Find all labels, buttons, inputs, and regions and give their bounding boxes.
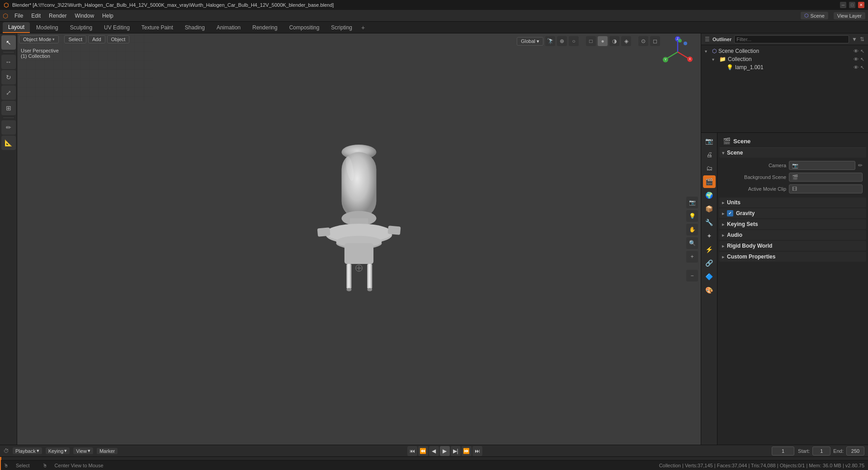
overlay-icon[interactable]: ⊙ xyxy=(638,36,648,46)
workspace-tab-animation[interactable]: Animation xyxy=(211,22,246,33)
keying-dropdown[interactable]: Keying ▾ xyxy=(46,447,70,454)
units-section-toggle[interactable]: ▸ Units xyxy=(719,197,866,207)
measure-tool-button[interactable]: 📐 xyxy=(1,136,16,150)
custom-properties-toggle[interactable]: ▸ Custom Properties xyxy=(719,252,866,262)
viewport-add-button[interactable]: Add xyxy=(88,35,105,43)
xray-icon[interactable]: ◻ xyxy=(650,36,660,46)
shading-solid-icon[interactable]: ● xyxy=(598,36,608,46)
shading-material-icon[interactable]: ◑ xyxy=(609,36,619,46)
jump-to-next-keyframe-button[interactable]: ⏩ xyxy=(462,446,472,456)
camera-edit-icon[interactable]: ✏ xyxy=(858,162,863,169)
3d-viewport[interactable]: User Perspective (1) Collection Object M… xyxy=(17,33,701,445)
modifier-properties-btn[interactable]: 🔧 xyxy=(703,216,716,229)
step-back-button[interactable]: ◀ xyxy=(429,446,439,456)
shading-wire-icon[interactable]: □ xyxy=(586,36,596,46)
start-frame-input[interactable]: 1 xyxy=(812,446,830,456)
jump-to-start-button[interactable]: ⏮ xyxy=(407,446,417,456)
play-button[interactable]: ▶ xyxy=(440,446,450,456)
outliner-item-collection[interactable]: ▾ 📁 Collection 👁 ↖ xyxy=(710,55,866,63)
viewport-view-icon[interactable]: 🔭 xyxy=(545,36,555,46)
jump-to-end-button[interactable]: ⏭ xyxy=(472,446,482,456)
snap-icon[interactable]: ⊕ xyxy=(557,36,567,46)
viewport-light-button[interactable]: 💡 xyxy=(686,210,698,222)
shading-render-icon[interactable]: ◈ xyxy=(621,36,631,46)
render-properties-btn[interactable]: 📷 xyxy=(703,135,716,147)
end-frame-input[interactable]: 250 xyxy=(846,446,864,456)
viewport-shading-global[interactable]: Global ▾ xyxy=(517,37,543,46)
viewport-object-button[interactable]: Object xyxy=(107,35,130,43)
keying-sets-toggle[interactable]: ▸ Keying Sets xyxy=(719,219,866,229)
rotate-tool-button[interactable]: ↻ xyxy=(1,70,16,85)
outliner-sync-icon[interactable]: ⇅ xyxy=(860,36,864,42)
close-button[interactable]: ✕ xyxy=(858,2,864,8)
physics-properties-btn[interactable]: ⚡ xyxy=(703,243,716,256)
marker-dropdown[interactable]: Marker xyxy=(97,448,118,454)
outliner-item-scene-collection[interactable]: ▾ ⬡ Scene Collection 👁 ↖ xyxy=(703,47,866,55)
scale-tool-button[interactable]: ⤢ xyxy=(1,85,16,100)
output-properties-btn[interactable]: 🖨 xyxy=(703,148,716,161)
gizmo-container[interactable]: Z X Y xyxy=(662,36,698,72)
workspace-tab-sculpting[interactable]: Sculpting xyxy=(65,22,98,33)
gravity-section-toggle[interactable]: ▸ ✓ Gravity xyxy=(719,208,866,218)
active-movie-clip-value[interactable]: 🎞 xyxy=(789,184,863,193)
workspace-tab-scripting[interactable]: Scripting xyxy=(326,22,358,33)
current-frame-input[interactable]: 1 xyxy=(772,446,794,456)
view-layer-selector[interactable]: View Layer xyxy=(834,12,865,19)
lamp-eye-btn[interactable]: 👁 xyxy=(854,65,859,70)
scene-selector[interactable]: ⬡ Scene xyxy=(801,12,828,19)
viewport-camera-button[interactable]: 📷 xyxy=(686,197,698,208)
gravity-checkbox[interactable]: ✓ xyxy=(727,210,733,216)
workspace-tab-modeling[interactable]: Modeling xyxy=(31,22,64,33)
playback-dropdown[interactable]: Playback ▾ xyxy=(13,447,42,454)
menu-file[interactable]: File xyxy=(11,12,27,20)
view-dropdown[interactable]: View ▾ xyxy=(73,447,93,454)
workspace-tab-layout[interactable]: Layout xyxy=(3,22,30,33)
collection-select-btn[interactable]: ↖ xyxy=(860,56,864,62)
playhead[interactable] xyxy=(0,457,1,470)
collection-eye-btn[interactable]: 👁 xyxy=(854,56,859,62)
jump-to-prev-keyframe-button[interactable]: ⏪ xyxy=(418,446,428,456)
constraints-properties-btn[interactable]: 🔗 xyxy=(703,257,716,269)
select-tool-button[interactable]: ↖ xyxy=(1,35,16,50)
vis-select-btn[interactable]: ↖ xyxy=(860,48,864,54)
scene-section-toggle[interactable]: ▾ Scene xyxy=(719,148,866,158)
view-layer-btn[interactable]: 🗂 xyxy=(703,162,716,174)
workspace-tab-compositing[interactable]: Compositing xyxy=(284,22,325,33)
workspace-tab-shading[interactable]: Shading xyxy=(179,22,210,33)
outliner-item-lamp[interactable]: ▸ 💡 lamp_1.001 👁 ↖ xyxy=(717,63,866,71)
outliner-filter-icon[interactable]: ▼ xyxy=(852,36,857,42)
add-workspace-button[interactable]: + xyxy=(359,23,368,32)
menu-render[interactable]: Render xyxy=(45,12,70,20)
menu-help[interactable]: Help xyxy=(99,12,117,20)
material-properties-btn[interactable]: 🎨 xyxy=(703,284,716,296)
object-properties-btn[interactable]: 📦 xyxy=(703,202,716,215)
workspace-tab-rendering[interactable]: Rendering xyxy=(247,22,283,33)
viewport-zoom-button[interactable]: 🔍 xyxy=(686,237,698,249)
workspace-tab-texture-paint[interactable]: Texture Paint xyxy=(136,22,179,33)
workspace-tab-uv-editing[interactable]: UV Editing xyxy=(99,22,135,33)
viewport-select-button[interactable]: Select xyxy=(64,35,86,43)
transform-tool-button[interactable]: ⊞ xyxy=(1,101,16,115)
object-mode-dropdown[interactable]: Object Mode ▾ xyxy=(19,35,59,43)
camera-value[interactable]: 📷 xyxy=(789,161,855,170)
menu-edit[interactable]: Edit xyxy=(28,12,44,20)
viewport-hand-button[interactable]: ✋ xyxy=(686,224,698,235)
audio-section-toggle[interactable]: ▸ Audio xyxy=(719,230,866,240)
rigid-body-world-toggle[interactable]: ▸ Rigid Body World xyxy=(719,241,866,251)
background-scene-value[interactable]: 🎬 xyxy=(789,173,863,182)
viewport-minus-icon[interactable]: − xyxy=(686,270,698,282)
menu-window[interactable]: Window xyxy=(71,12,98,20)
move-tool-button[interactable]: ↔ xyxy=(1,55,16,69)
annotate-tool-button[interactable]: ✏ xyxy=(1,120,16,135)
outliner-search-input[interactable] xyxy=(734,35,849,43)
lamp-select-btn[interactable]: ↖ xyxy=(860,65,864,70)
step-forward-button[interactable]: ▶| xyxy=(451,446,461,456)
vis-eye-btn[interactable]: 👁 xyxy=(854,48,859,54)
proportional-edit-icon[interactable]: ○ xyxy=(569,36,579,46)
maximize-button[interactable]: □ xyxy=(849,2,855,8)
world-properties-btn[interactable]: 🌍 xyxy=(703,189,716,202)
minimize-button[interactable]: ─ xyxy=(840,2,846,8)
scene-properties-btn[interactable]: 🎬 xyxy=(703,175,716,188)
viewport-plus-icon[interactable]: + xyxy=(686,251,698,263)
data-properties-btn[interactable]: 🔷 xyxy=(703,270,716,283)
